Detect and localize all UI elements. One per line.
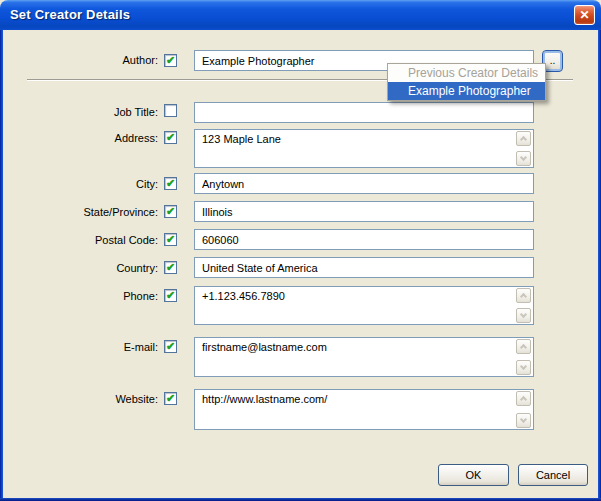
set-creator-details-dialog: Set Creator Details ✕ Author: ✔ .. Previ… [0, 0, 601, 501]
phone-checkbox[interactable]: ✔ [164, 289, 177, 302]
country-checkbox[interactable]: ✔ [164, 261, 177, 274]
email-scrollbar[interactable] [515, 339, 532, 375]
chevron-down-icon [520, 363, 527, 370]
check-icon: ✔ [165, 234, 176, 245]
scroll-up-button[interactable] [516, 131, 531, 146]
country-input[interactable] [194, 257, 534, 278]
chevron-up-icon [520, 396, 527, 403]
check-icon: ✔ [165, 206, 176, 217]
website-scrollbar[interactable] [515, 391, 532, 428]
scroll-down-button[interactable] [516, 413, 531, 428]
chevron-down-icon [520, 154, 527, 161]
address-checkbox[interactable]: ✔ [164, 131, 177, 144]
scroll-down-button[interactable] [516, 151, 531, 166]
postal-code-checkbox[interactable]: ✔ [164, 233, 177, 246]
phone-text: +1.123.456.7890 [202, 290, 513, 302]
state-province-input[interactable] [194, 201, 534, 222]
check-icon: ✔ [165, 178, 176, 189]
close-button[interactable]: ✕ [574, 5, 595, 25]
cancel-button[interactable]: Cancel [518, 464, 588, 486]
scroll-up-button[interactable] [516, 339, 531, 354]
check-icon: ✔ [165, 290, 176, 301]
address-label: Address: [36, 132, 158, 144]
scroll-up-button[interactable] [516, 288, 531, 303]
postal-code-input[interactable] [194, 229, 534, 250]
scroll-down-button[interactable] [516, 360, 531, 375]
check-icon: ✔ [165, 341, 176, 352]
job-title-label: Job Title: [36, 106, 158, 118]
website-checkbox[interactable]: ✔ [164, 392, 177, 405]
website-textarea[interactable]: http://www.lastname.com/ [194, 389, 534, 430]
check-icon: ✔ [165, 132, 176, 143]
chevron-up-icon [520, 344, 527, 351]
scroll-up-button[interactable] [516, 391, 531, 406]
menu-item-example-photographer[interactable]: Example Photographer [388, 82, 545, 100]
email-textarea[interactable]: firstname@lastname.com [194, 337, 534, 377]
job-title-input[interactable] [194, 102, 534, 123]
chevron-up-icon [520, 293, 527, 300]
chevron-up-icon [520, 136, 527, 143]
author-label: Author: [36, 54, 158, 66]
window-border-left [0, 30, 3, 498]
phone-scrollbar[interactable] [515, 288, 532, 323]
city-input[interactable] [194, 173, 534, 194]
previous-creator-menu: Previous Creator Details Example Photogr… [387, 63, 546, 101]
chevron-down-icon [520, 311, 527, 318]
window-title: Set Creator Details [10, 7, 130, 22]
email-checkbox[interactable]: ✔ [164, 340, 177, 353]
job-title-checkbox[interactable] [164, 104, 177, 117]
postal-code-label: Postal Code: [36, 234, 158, 246]
check-icon: ✔ [165, 262, 176, 273]
check-icon: ✔ [165, 393, 176, 404]
website-label: Website: [36, 393, 158, 405]
state-province-checkbox[interactable]: ✔ [164, 205, 177, 218]
close-icon: ✕ [579, 8, 589, 22]
ok-button[interactable]: OK [438, 464, 509, 486]
state-province-label: State/Province: [36, 206, 158, 218]
titlebar[interactable]: Set Creator Details ✕ [0, 0, 601, 30]
chevron-down-icon [520, 416, 527, 423]
country-label: Country: [36, 262, 158, 274]
scroll-down-button[interactable] [516, 308, 531, 323]
check-icon: ✔ [165, 55, 176, 66]
website-text: http://www.lastname.com/ [202, 393, 513, 405]
email-label: E-mail: [36, 341, 158, 353]
phone-label: Phone: [36, 290, 158, 302]
city-checkbox[interactable]: ✔ [164, 177, 177, 190]
author-checkbox[interactable]: ✔ [164, 54, 177, 67]
city-label: City: [36, 178, 158, 190]
menu-item-previous-creator-details: Previous Creator Details [388, 64, 545, 82]
address-scrollbar[interactable] [515, 131, 532, 166]
phone-textarea[interactable]: +1.123.456.7890 [194, 286, 534, 325]
address-textarea[interactable]: 123 Maple Lane [194, 129, 534, 168]
address-text: 123 Maple Lane [202, 133, 513, 145]
email-text: firstname@lastname.com [202, 341, 513, 353]
